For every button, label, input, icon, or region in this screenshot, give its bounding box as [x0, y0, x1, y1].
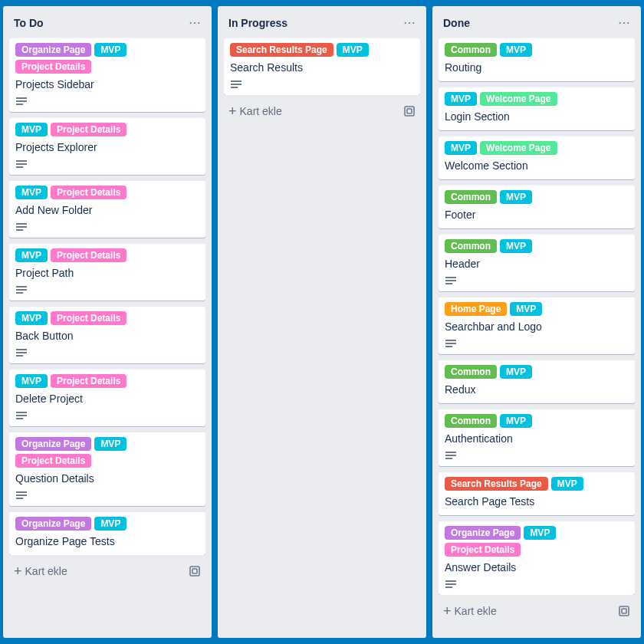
list-menu-icon[interactable]: ⋯ [613, 14, 635, 32]
add-card-button[interactable]: +Kart ekle [435, 598, 638, 624]
template-icon[interactable] [403, 105, 416, 117]
cards-container: CommonMVPRoutingMVPWelcome PageLogin Sec… [432, 38, 641, 595]
card-title: Routing [445, 60, 629, 75]
card-label[interactable]: MVP [510, 302, 542, 316]
list-title[interactable]: In Progress [228, 17, 288, 29]
cards-scroll[interactable]: CommonMVPRoutingMVPWelcome PageLogin Sec… [432, 38, 641, 595]
card-label[interactable]: Common [445, 239, 497, 253]
card-label[interactable]: MVP [15, 311, 48, 325]
cards-scroll[interactable]: Search Results PageMVPSearch Results [218, 38, 426, 95]
card-label[interactable]: MVP [94, 437, 127, 451]
card-labels: MVPProject Details [15, 374, 199, 388]
card-label[interactable]: Welcome Page [480, 92, 557, 106]
card-label[interactable]: MVP [15, 248, 48, 262]
card-label[interactable]: Project Details [51, 123, 127, 136]
add-card-label: Kart ekle [240, 105, 282, 117]
card[interactable]: Organize PageMVPProject DetailsAnswer De… [439, 521, 635, 595]
card[interactable]: MVPWelcome PageWelcome Section [439, 136, 635, 179]
card-title: Question Details [15, 471, 199, 486]
card-label[interactable]: MVP [500, 190, 532, 204]
list-title[interactable]: To Do [14, 17, 44, 29]
card[interactable]: MVPProject DetailsProjects Explorer [9, 118, 205, 175]
card-label[interactable]: Common [445, 414, 497, 428]
svg-rect-21 [190, 567, 199, 576]
card-label[interactable]: Search Results Page [445, 477, 548, 491]
card[interactable]: Organize PageMVPOrganize Page Tests [9, 512, 205, 555]
card[interactable]: CommonMVPFooter [439, 186, 635, 228]
card-labels: MVPProject Details [15, 248, 199, 262]
add-card-button[interactable]: +Kart ekle [6, 558, 209, 584]
card-label[interactable]: Project Details [51, 186, 127, 199]
card[interactable]: CommonMVPRouting [439, 38, 635, 81]
card-label[interactable]: MVP [445, 141, 477, 155]
card-labels: Organize PageMVPProject Details [445, 526, 629, 557]
card[interactable]: Search Results PageMVPSearch Results [224, 38, 420, 95]
card-label[interactable]: MVP [500, 365, 532, 379]
card-label[interactable]: Organize Page [445, 526, 521, 540]
card-labels: MVPProject Details [15, 186, 199, 199]
card[interactable]: MVPProject DetailsDelete Project [9, 370, 205, 426]
template-icon[interactable] [189, 565, 201, 577]
card-label[interactable]: MVP [15, 186, 48, 199]
description-icon [230, 78, 414, 92]
card-title: Delete Project [15, 391, 199, 406]
card-labels: Organize PageMVPProject Details [15, 437, 199, 468]
card-labels: CommonMVP [445, 43, 629, 57]
card-label[interactable]: MVP [94, 43, 127, 57]
card[interactable]: CommonMVPAuthentication [439, 409, 635, 466]
card-label[interactable]: Common [445, 190, 497, 204]
card-label[interactable]: MVP [15, 374, 48, 388]
card[interactable]: MVPProject DetailsProject Path [9, 244, 205, 301]
card-label[interactable]: MVP [94, 517, 127, 531]
list-header: To Do⋯ [3, 6, 212, 38]
add-card-label: Kart ekle [25, 565, 67, 577]
description-icon [15, 489, 199, 503]
card-label[interactable]: Project Details [51, 248, 127, 262]
card-labels: MVPProject Details [15, 123, 199, 136]
card-label[interactable]: Organize Page [15, 43, 91, 57]
card-label[interactable]: MVP [500, 239, 532, 253]
card[interactable]: MVPWelcome PageLogin Section [439, 87, 635, 130]
card[interactable]: CommonMVPRedux [439, 360, 635, 403]
card-label[interactable]: Organize Page [15, 517, 91, 531]
list-menu-icon[interactable]: ⋯ [184, 14, 205, 32]
card-labels: Home PageMVP [445, 302, 629, 316]
card-label[interactable]: Search Results Page [230, 43, 334, 57]
description-icon [15, 95, 199, 109]
card[interactable]: CommonMVPHeader [439, 235, 635, 291]
card-labels: Organize PageMVPProject Details [15, 43, 199, 74]
card[interactable]: MVPProject DetailsBack Button [9, 307, 205, 363]
card-label[interactable]: Project Details [51, 374, 127, 388]
card[interactable]: Search Results PageMVPSearch Page Tests [439, 472, 635, 515]
description-icon [15, 158, 199, 172]
card-label[interactable]: MVP [15, 123, 48, 136]
card-label[interactable]: MVP [551, 477, 583, 491]
card-title: Authentication [445, 431, 629, 446]
list-menu-icon[interactable]: ⋯ [399, 14, 420, 32]
cards-scroll[interactable]: Organize PageMVPProject DetailsProjects … [3, 38, 212, 555]
card[interactable]: Organize PageMVPProject DetailsProjects … [9, 38, 205, 112]
list-title[interactable]: Done [443, 17, 470, 29]
svg-rect-40 [619, 606, 629, 616]
card-label[interactable]: Project Details [15, 454, 91, 468]
template-icon[interactable] [618, 605, 630, 617]
card-label[interactable]: Common [445, 365, 497, 379]
card-label[interactable]: MVP [445, 92, 477, 106]
card-label[interactable]: Welcome Page [480, 141, 557, 155]
card-label[interactable]: Home Page [445, 302, 507, 316]
card[interactable]: Home PageMVPSearchbar and Logo [439, 297, 635, 354]
card-label[interactable]: MVP [524, 526, 556, 540]
card-labels: Search Results PageMVP [230, 43, 414, 57]
card-label[interactable]: MVP [337, 43, 369, 57]
svg-rect-27 [407, 109, 412, 113]
card-label[interactable]: MVP [500, 414, 532, 428]
card[interactable]: MVPProject DetailsAdd New Folder [9, 181, 205, 238]
card-label[interactable]: Project Details [51, 311, 127, 325]
card-label[interactable]: MVP [500, 43, 532, 57]
add-card-button[interactable]: +Kart ekle [221, 98, 423, 124]
card-label[interactable]: Project Details [15, 60, 91, 74]
card-label[interactable]: Common [445, 43, 497, 57]
card-label[interactable]: Project Details [445, 543, 521, 557]
card[interactable]: Organize PageMVPProject DetailsQuestion … [9, 432, 205, 506]
card-label[interactable]: Organize Page [15, 437, 91, 451]
